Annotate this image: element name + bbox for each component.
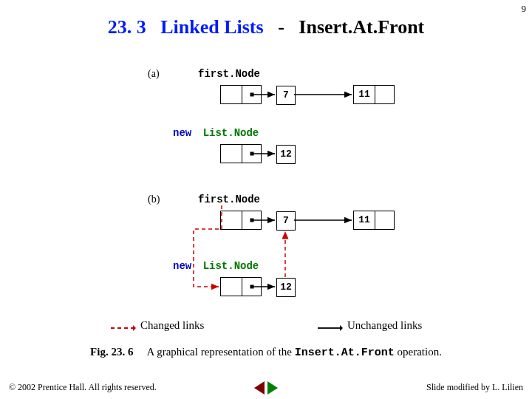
legend-changed-swatch — [111, 322, 136, 330]
new-keyword: new — [173, 127, 191, 139]
state-b-node-7-value: 7 — [276, 211, 296, 231]
caption-text-after: operation. — [398, 346, 442, 358]
prev-slide-button[interactable] — [254, 381, 265, 395]
figure-caption: Fig. 23. 6 A graphical representation of… — [0, 346, 532, 359]
state-b-new-label: new List.Node — [173, 260, 259, 272]
state-a-node-12-value: 12 — [276, 145, 296, 164]
listnode-type: List.Node — [203, 127, 259, 139]
legend-changed-label: Changed links — [140, 319, 204, 332]
state-a-node-12 — [220, 144, 262, 163]
figure-number: Fig. 23. 6 — [90, 346, 133, 358]
state-b-first-label: first.Node — [198, 194, 260, 205]
diagram-stage: (a) first.Node 7 11 new List.Node 12 (b)… — [0, 0, 532, 399]
state-a-node-11: 11 — [353, 85, 395, 104]
state-a-node-7-value: 7 — [276, 86, 296, 105]
state-b-node-12 — [220, 277, 262, 296]
state-a-new-label: new List.Node — [173, 127, 259, 139]
state-b-node-12-value: 12 — [276, 278, 296, 297]
state-b-node-11: 11 — [353, 211, 395, 230]
state-a-tag: (a) — [148, 68, 160, 80]
state-a-node-11-value: 11 — [354, 86, 375, 103]
legend-changed: Changed links — [111, 319, 204, 332]
state-b-tag: (b) — [148, 194, 160, 205]
listnode-type-b: List.Node — [203, 260, 259, 272]
legend-unchanged-label: Unchanged links — [347, 319, 422, 332]
state-a-node-7 — [220, 85, 262, 104]
caption-text-before: A graphical representation of the — [146, 346, 294, 358]
legend-unchanged-swatch — [318, 322, 343, 330]
link-arrows — [0, 0, 532, 399]
modified-by-footer: Slide modified by L. Lilien — [426, 382, 523, 393]
legend-unchanged: Unchanged links — [318, 319, 422, 332]
state-b-node-7 — [220, 211, 262, 230]
caption-code: Insert.At.Front — [295, 347, 395, 359]
new-keyword-b: new — [173, 260, 191, 272]
slide-nav — [254, 381, 278, 395]
next-slide-button[interactable] — [267, 381, 278, 395]
state-a-first-label: first.Node — [198, 68, 260, 80]
copyright-footer: © 2002 Prentice Hall. All rights reserve… — [9, 382, 157, 393]
state-b-node-11-value: 11 — [354, 211, 375, 229]
